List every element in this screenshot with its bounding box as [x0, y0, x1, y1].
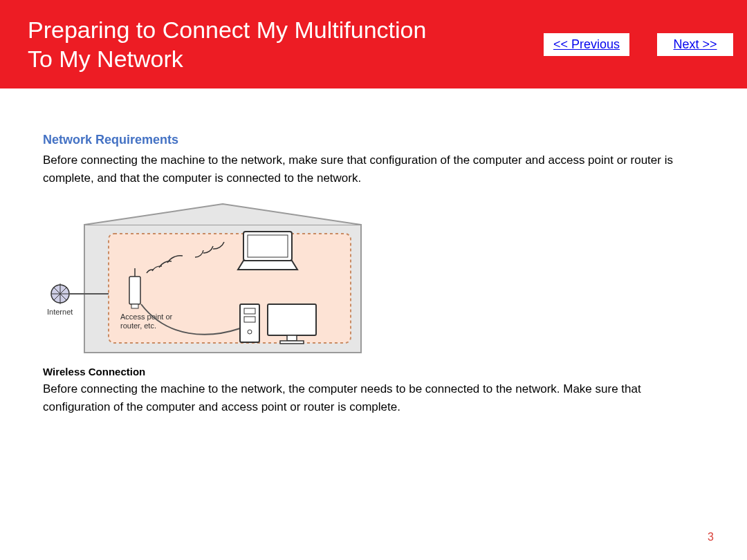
wireless-sub-heading: Wireless Connection — [43, 366, 704, 377]
svg-rect-19 — [287, 335, 297, 341]
svg-rect-20 — [280, 341, 304, 344]
router-label-2: router, etc. — [120, 321, 156, 330]
svg-point-17 — [248, 330, 252, 334]
title-line-2: To My Network — [28, 46, 183, 72]
title-line-1: Preparing to Connect My Multifunction — [28, 17, 426, 43]
internet-label: Internet — [47, 308, 73, 316]
svg-marker-13 — [238, 261, 297, 270]
content-area: Network Requirements Before connecting t… — [0, 88, 747, 416]
svg-rect-10 — [131, 304, 138, 308]
previous-button[interactable]: << Previous — [544, 33, 629, 56]
page-number: 3 — [708, 531, 714, 543]
section-heading: Network Requirements — [43, 133, 704, 147]
desktop-icon — [240, 304, 259, 342]
svg-rect-15 — [244, 308, 255, 314]
svg-rect-16 — [244, 317, 255, 322]
svg-rect-18 — [268, 304, 316, 335]
next-button[interactable]: Next >> — [657, 33, 733, 56]
header-bar: Preparing to Connect My Multifunction To… — [0, 0, 747, 88]
laptop-icon — [238, 232, 297, 270]
svg-rect-8 — [129, 277, 140, 304]
page-title: Preparing to Connect My Multifunction To… — [28, 15, 426, 74]
svg-rect-12 — [248, 235, 288, 257]
network-diagram: Internet Access point or router, etc. — [43, 200, 704, 356]
intro-paragraph: Before connecting the machine to the net… — [43, 151, 704, 188]
nav-group: << Previous Next >> — [544, 33, 733, 56]
wireless-paragraph: Before connecting the machine to the net… — [43, 380, 704, 417]
router-label-1: Access point or — [120, 312, 173, 321]
